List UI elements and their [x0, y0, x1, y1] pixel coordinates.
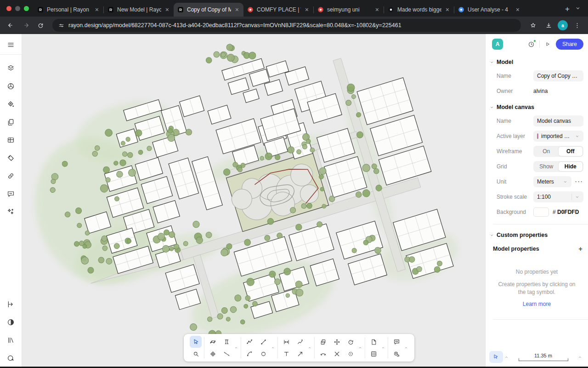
browser-profile-avatar[interactable]: a — [558, 20, 568, 30]
stroke-scale-select[interactable]: 1:100 — [533, 191, 583, 202]
new-tab-button[interactable]: + — [560, 5, 574, 17]
sidebar-export-button[interactable] — [6, 299, 16, 309]
page-tool-button[interactable] — [368, 336, 379, 348]
minimize-window-icon[interactable] — [15, 6, 20, 11]
grid-show-option[interactable]: Show — [534, 162, 559, 171]
close-window-icon[interactable] — [6, 6, 11, 11]
sidebar-link-button[interactable] — [6, 171, 16, 181]
arrow-tool-button[interactable] — [294, 348, 306, 360]
line-tool-button[interactable] — [257, 336, 269, 348]
background-color-swatch[interactable] — [533, 207, 549, 217]
reload-button[interactable] — [34, 19, 47, 32]
wall-tool-button[interactable] — [220, 336, 232, 348]
unit-more-button[interactable]: ··· — [575, 178, 583, 185]
sidebar-library-button[interactable] — [6, 335, 16, 345]
model-section-header[interactable]: Model — [489, 59, 582, 65]
model-canvas[interactable] — [22, 34, 485, 367]
active-layer-select[interactable]: imported blocks — [533, 131, 583, 142]
arc-tool-button[interactable] — [243, 348, 255, 360]
sidebar-theme-button[interactable] — [6, 317, 16, 327]
custom-properties-section-header[interactable]: Custom properties — [489, 232, 582, 238]
text-tool-button[interactable] — [280, 348, 292, 360]
site-settings-icon[interactable] — [58, 22, 65, 29]
trim-tool-button[interactable] — [331, 348, 343, 360]
rotate-tool-button[interactable] — [345, 336, 356, 348]
tab-favicon — [37, 6, 44, 13]
sidebar-blocks-button[interactable] — [6, 81, 16, 91]
tab-close-icon[interactable]: × — [94, 6, 100, 13]
browser-tab[interactable]: seimyung uni × — [314, 3, 384, 17]
tool-group-chevron[interactable] — [404, 345, 408, 350]
sidebar-assistant-button[interactable] — [6, 207, 16, 217]
tool-group-chevron[interactable] — [234, 345, 238, 350]
browser-tab[interactable]: New Model | Rayon × — [104, 3, 174, 17]
move-tool-button[interactable] — [331, 336, 343, 348]
chevron-up-icon[interactable] — [504, 355, 509, 360]
history-button[interactable] — [526, 39, 537, 50]
sidebar-materials-button[interactable] — [6, 99, 16, 109]
address-bar[interactable]: rayon.design/app/model/68227704-087c-413… — [52, 19, 521, 32]
sidebar-table-button[interactable] — [6, 135, 16, 145]
tool-group-chevron[interactable] — [381, 345, 385, 350]
bookmark-star-icon[interactable] — [526, 19, 539, 32]
presence-cursor-button[interactable] — [489, 351, 503, 363]
tab-close-icon[interactable]: × — [374, 6, 380, 13]
browser-tab[interactable]: User Analyse - 4 × — [454, 3, 524, 17]
learn-more-link[interactable]: Learn more — [498, 300, 576, 308]
share-button[interactable]: Share — [556, 39, 583, 50]
tool-group-chevron[interactable] — [271, 345, 275, 350]
unit-select[interactable]: Meters — [533, 176, 571, 187]
wireframe-on-option[interactable]: On — [534, 147, 559, 156]
zoom-tool-button[interactable] — [190, 348, 202, 360]
drawing-toolbar — [184, 334, 414, 362]
tab-close-icon[interactable]: × — [234, 6, 240, 13]
comment-tool-button[interactable] — [390, 336, 402, 348]
section-tool-button[interactable] — [220, 348, 232, 360]
measure-tool-button[interactable] — [390, 348, 402, 360]
block-tool-button[interactable] — [207, 336, 219, 348]
sidebar-layers-button[interactable] — [6, 63, 16, 73]
user-avatar[interactable]: A — [492, 39, 503, 50]
select-tool-button[interactable] — [190, 336, 202, 348]
model-name-input[interactable]: Copy of Copy of New M... — [533, 70, 583, 81]
zoom-window-icon[interactable] — [24, 6, 29, 11]
array-tool-button[interactable] — [368, 348, 379, 360]
sidebar-menu-button[interactable] — [6, 40, 16, 50]
tab-close-icon[interactable]: × — [164, 6, 170, 13]
sidebar-comments-button[interactable] — [6, 189, 16, 199]
browser-tab[interactable]: Made words bigger × — [384, 3, 454, 17]
tool-group-chevron[interactable] — [307, 345, 312, 350]
browser-tab[interactable]: Copy of Copy of M × — [174, 3, 243, 17]
canvas-name-input[interactable]: Model canvas — [533, 115, 583, 126]
hatch-tool-button[interactable] — [207, 348, 219, 360]
dim-tool-button[interactable] — [280, 336, 292, 348]
mirror-tool-button[interactable] — [317, 348, 329, 360]
forward-button[interactable] — [19, 19, 32, 32]
sidebar-feedback-button[interactable] — [6, 353, 16, 363]
downloads-icon[interactable] — [542, 19, 555, 32]
tab-close-icon[interactable]: × — [515, 6, 520, 13]
present-button[interactable] — [542, 39, 553, 50]
browser-tab[interactable]: COMFY PLACE | W × — [243, 3, 313, 17]
offset-tool-button[interactable] — [345, 348, 356, 360]
circle-tool-button[interactable] — [257, 348, 269, 360]
sidebar-pages-button[interactable] — [6, 117, 16, 127]
tab-close-icon[interactable]: × — [304, 6, 310, 13]
window-controls[interactable] — [0, 0, 34, 17]
model-canvas-section-header[interactable]: Model canvas — [489, 104, 582, 110]
grid-hide-option[interactable]: Hide — [559, 162, 583, 171]
chevron-up-icon[interactable] — [577, 355, 582, 360]
tab-close-icon[interactable]: × — [445, 6, 450, 13]
polyline-tool-button[interactable] — [243, 336, 255, 348]
tool-group-chevron[interactable] — [358, 345, 362, 350]
background-hex-value[interactable]: D0FDFD — [557, 209, 579, 215]
add-property-button[interactable]: + — [578, 245, 582, 253]
tab-search-button[interactable] — [574, 5, 588, 17]
browser-tab[interactable]: Personal | Rayon × — [34, 3, 103, 17]
leader-tool-button[interactable] — [294, 336, 306, 348]
back-button[interactable] — [5, 19, 17, 32]
browser-menu-icon[interactable] — [571, 19, 583, 32]
sidebar-tag-button[interactable] — [6, 153, 16, 163]
copy-tool-button[interactable] — [317, 336, 329, 348]
wireframe-off-option[interactable]: Off — [559, 147, 583, 156]
